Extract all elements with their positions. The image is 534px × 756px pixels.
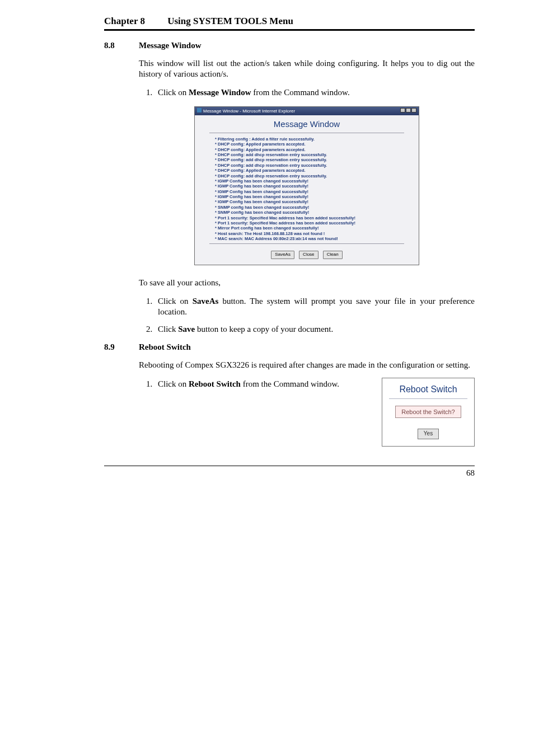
step-text: button to keep a copy of your document. <box>195 325 333 334</box>
step-bold: SaveAs <box>193 297 219 306</box>
message-line: * DHCP config: Applied parameters accept… <box>215 168 406 173</box>
saveas-button[interactable]: SaveAs <box>271 251 294 259</box>
message-line: * MAC search: MAC Address 00:80e2:23:ab:… <box>215 236 406 241</box>
message-window-dialog: Message Window - Microsoft Internet Expl… <box>194 106 419 265</box>
message-line: * SNMP config has been changed successfu… <box>215 210 406 215</box>
section-intro: Rebooting of Compex SGX3226 is required … <box>139 360 475 370</box>
message-line: * Port 1 security: Specified Mac address… <box>215 220 406 226</box>
message-line: * DHCP config: add dhcp reservation entr… <box>215 173 406 179</box>
close-button[interactable]: Close <box>299 251 318 259</box>
step-text: Click on <box>158 88 189 97</box>
dialog-title: Message Window - Microsoft Internet Expl… <box>203 109 295 114</box>
clean-button[interactable]: Clean <box>323 251 343 259</box>
page-number: 68 <box>466 468 475 477</box>
step-text: from the Command window. <box>251 88 350 97</box>
section-intro: This window will list out the action/s t… <box>139 58 475 79</box>
instruction-step: Click on Message Window from the Command… <box>154 87 475 98</box>
maximize-icon[interactable] <box>406 108 411 112</box>
dialog-button-row: SaveAs Close Clean <box>199 247 414 259</box>
yes-button[interactable]: Yes <box>418 429 439 439</box>
dialog-heading: Message Window <box>199 119 414 129</box>
panel-title: Reboot Switch <box>382 378 474 398</box>
chapter-number: Chapter 8 <box>104 16 145 26</box>
step-bold: Reboot Switch <box>189 379 241 388</box>
save-instruction-list: Click on SaveAs button. The system will … <box>139 296 475 335</box>
message-line: * SNMP config has been changed successfu… <box>215 205 406 210</box>
save-intro: To save all your actions, <box>139 278 475 288</box>
message-line: * DHCP config: Applied parameters accept… <box>215 147 406 152</box>
divider <box>209 243 404 244</box>
message-line: * Filtering config : Added a filter rule… <box>215 137 406 142</box>
message-line: * Port 1 security: Specified Mac address… <box>215 215 406 220</box>
message-window-screenshot: Message Window - Microsoft Internet Expl… <box>139 106 475 265</box>
message-line: * Host search: The Host 198.168.88.128 w… <box>215 231 406 236</box>
message-line: * DHCP config: add dhcp reservation entr… <box>215 157 406 162</box>
message-line: * DHCP config: add dhcp reservation entr… <box>215 152 406 157</box>
section-8-9-heading: 8.9 Reboot Switch <box>104 342 475 352</box>
step-bold: Save <box>178 325 195 334</box>
step-text: from the Command window. <box>241 379 339 388</box>
message-line: * Mirror Port config has been changed su… <box>215 226 406 231</box>
divider <box>209 133 404 133</box>
message-line: * IGMP Config has been changed successfu… <box>215 189 406 194</box>
message-line: * IGMP Config has been changed successfu… <box>215 194 406 199</box>
close-icon[interactable] <box>411 108 416 112</box>
section-number: 8.9 <box>104 342 139 352</box>
reboot-prompt-button[interactable]: Reboot the Switch? <box>395 406 461 418</box>
instruction-step: Click on SaveAs button. The system will … <box>154 296 475 317</box>
chapter-header: Chapter 8 Using SYSTEM TOOLS Menu <box>104 16 475 31</box>
message-line: * DHCP config: Applied parameters accept… <box>215 142 406 147</box>
instruction-step: Click Save button to keep a copy of your… <box>154 324 475 335</box>
section-title: Message Window <box>139 41 202 50</box>
page-footer: 68 <box>104 466 475 478</box>
step-text: Click on <box>158 297 193 306</box>
divider <box>389 398 467 399</box>
message-line: * IGMP Config has been changed successfu… <box>215 199 406 204</box>
message-list: * Filtering config : Added a filter rule… <box>199 135 414 244</box>
step-bold: Message Window <box>189 88 251 97</box>
window-controls <box>400 108 416 114</box>
chapter-title: Using SYSTEM TOOLS Menu <box>167 16 293 26</box>
step-text: Click <box>158 325 178 334</box>
instruction-list: Click on Message Window from the Command… <box>139 87 475 98</box>
reboot-switch-panel: Reboot Switch Reboot the Switch? Yes <box>382 378 475 447</box>
message-line: * IGMP Config has been changed successfu… <box>215 184 406 189</box>
section-title: Reboot Switch <box>139 342 191 352</box>
message-line: * IGMP Config has been changed successfu… <box>215 179 406 184</box>
dialog-titlebar: Message Window - Microsoft Internet Expl… <box>195 107 419 115</box>
section-number: 8.8 <box>104 41 139 50</box>
message-line: * DHCP config: add dhcp reservation entr… <box>215 163 406 168</box>
minimize-icon[interactable] <box>400 108 405 112</box>
step-text: Click on <box>158 379 189 388</box>
section-8-8-heading: 8.8 Message Window <box>104 41 475 50</box>
ie-icon <box>197 108 202 112</box>
